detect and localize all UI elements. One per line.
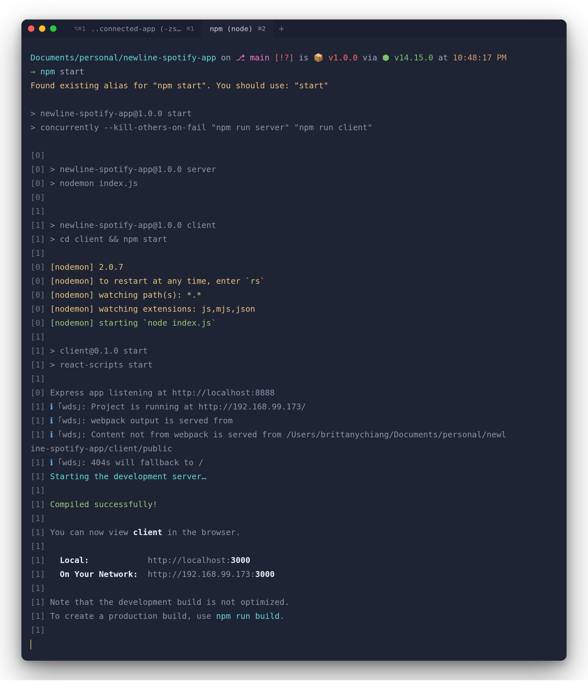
node-icon: ⬢ <box>382 53 389 62</box>
nodemon-tag: [nodemon] <box>50 304 94 313</box>
wds-tag: ｢wds｣ <box>58 402 81 412</box>
info-icon: ℹ <box>45 402 53 412</box>
nodemon-line: starting `node index.js` <box>94 318 216 327</box>
nodemon-line: watching path(s): *.* <box>94 290 202 300</box>
tab-bar: ⌥⌘1 ..connected-app (-zs… ⌘1 npm (node) … <box>66 19 289 38</box>
starting-line: Starting the development server… <box>50 472 206 481</box>
wds-tag: ｢wds｣ <box>58 416 81 425</box>
close-icon[interactable] <box>28 25 34 32</box>
prompt-via: via <box>362 53 377 62</box>
network-url: http://192.168.99.173: <box>148 570 255 579</box>
prefix-1: [1] <box>31 556 45 565</box>
prefix-1: [1] <box>31 570 45 579</box>
pad <box>89 556 143 565</box>
prefix-0: [0] <box>31 388 45 398</box>
tab-shortcut: ⌘1 <box>186 25 194 32</box>
tab-label: npm (node) <box>210 25 252 33</box>
cmd-npm: npm <box>40 67 55 76</box>
prefix-1: [1] <box>31 416 45 425</box>
info-icon: ℹ <box>45 430 53 439</box>
prefix-1: [1] <box>31 402 45 412</box>
prefix-0: [0] <box>31 304 45 313</box>
titlebar: ⌥⌘1 ..connected-app (-zs… ⌘1 npm (node) … <box>21 19 567 38</box>
maximize-icon[interactable] <box>50 25 56 32</box>
wds-line: : Content not from webpack is served fro… <box>81 430 506 439</box>
view-line: You can now view <box>45 528 133 537</box>
prefix-1: [1] <box>31 583 45 593</box>
note-line: Note that the development build is not o… <box>45 597 289 607</box>
prompt-arrow: → <box>31 67 35 76</box>
cursor <box>31 640 31 649</box>
prefix-0: [0] <box>31 318 45 327</box>
nodemon-line: to restart at any time, enter `rs` <box>94 276 265 286</box>
output-line: > nodemon index.js <box>45 178 138 188</box>
prompt-at: at <box>438 53 448 62</box>
network-label: On Your Network: <box>60 570 138 579</box>
prefix-0: [0] <box>31 290 45 300</box>
nodemon-tag: [nodemon] <box>50 318 94 327</box>
view-line: in the browser. <box>162 528 240 537</box>
prefix-0: [0] <box>31 151 45 160</box>
prompt-status: [!?] <box>275 53 294 62</box>
prompt-version: v1.0.0 <box>328 53 358 62</box>
prefix-1: [1] <box>31 542 45 551</box>
express-line: Express app listening at http://localhos… <box>45 388 275 398</box>
prompt-on: on <box>221 53 231 62</box>
prefix-1: [1] <box>31 430 45 439</box>
wds-tag: ｢wds｣ <box>58 430 81 439</box>
prefix-0: [0] <box>31 165 45 174</box>
prefix-1: [1] <box>31 458 45 467</box>
tab-2[interactable]: npm (node) ⌘2 <box>202 19 274 38</box>
note-period: . <box>280 611 285 621</box>
prefix-1: [1] <box>31 528 45 537</box>
prefix-1: [1] <box>31 248 45 258</box>
prefix-1: [1] <box>31 206 45 216</box>
prefix-1: [1] <box>31 234 45 244</box>
new-tab-button[interactable]: + <box>274 19 289 38</box>
alias-line: Found existing alias for "npm start". Yo… <box>31 79 557 92</box>
tab-1[interactable]: ⌥⌘1 ..connected-app (-zs… ⌘1 <box>66 19 202 38</box>
prompt-branch: main <box>250 53 269 62</box>
output-line: > react-scripts start <box>45 360 153 370</box>
prompt-node-version: v14.15.0 <box>394 53 433 62</box>
output-line: > newline-spotify-app@1.0.0 server <box>45 165 216 174</box>
prefix-0: [0] <box>31 262 45 272</box>
pad <box>138 570 148 579</box>
prefix-1: [1] <box>31 360 45 370</box>
view-client: client <box>133 528 162 537</box>
output-line: > client@0.1.0 start <box>45 346 148 356</box>
compiled-line: Compiled successfully! <box>50 500 157 509</box>
prompt-path: Documents/personal/newline-spotify-app <box>31 53 216 62</box>
note-line: To create a production build, use <box>45 611 216 621</box>
wds-tag: ｢wds｣ <box>58 458 81 467</box>
wds-line: : Project is running at http://192.168.9… <box>81 402 306 412</box>
package-icon: 📦 <box>313 53 324 62</box>
local-label: Local: <box>60 556 89 565</box>
wds-line-wrap: ine-spotify-app/client/public <box>31 442 557 456</box>
prompt-time: 10:48:17 PM <box>453 53 507 62</box>
prefix-1: [1] <box>31 332 45 341</box>
prefix-1: [1] <box>31 346 45 356</box>
prefix-1: [1] <box>31 486 45 495</box>
prefix-1: [1] <box>31 374 45 384</box>
nodemon-tag: [nodemon] <box>50 290 94 300</box>
script-line: > newline-spotify-app@1.0.0 start <box>31 106 557 120</box>
prefix-1: [1] <box>31 220 45 230</box>
tab-shortcut: ⌘2 <box>258 25 266 32</box>
script-line: > concurrently --kill-others-on-fail "np… <box>31 120 557 134</box>
output-line: > newline-spotify-app@1.0.0 client <box>45 220 216 230</box>
info-icon: ℹ <box>45 416 53 425</box>
minimize-icon[interactable] <box>39 25 45 32</box>
prefix-1: [1] <box>31 514 45 523</box>
traffic-lights <box>28 25 56 32</box>
prefix-0: [0] <box>31 178 45 188</box>
local-url: http://localhost: <box>148 556 231 565</box>
terminal-output[interactable]: Documents/personal/newline-spotify-app o… <box>21 38 567 661</box>
output-line: > cd client && npm start <box>45 234 167 244</box>
tab-icon-shortcut: ⌥⌘1 <box>74 25 86 32</box>
nodemon-line: 2.0.7 <box>94 262 123 272</box>
blank-line <box>31 92 557 106</box>
prompt-is: is <box>299 53 309 62</box>
nodemon-line: watching extensions: js,mjs,json <box>94 304 255 313</box>
prefix-1: [1] <box>31 625 45 635</box>
